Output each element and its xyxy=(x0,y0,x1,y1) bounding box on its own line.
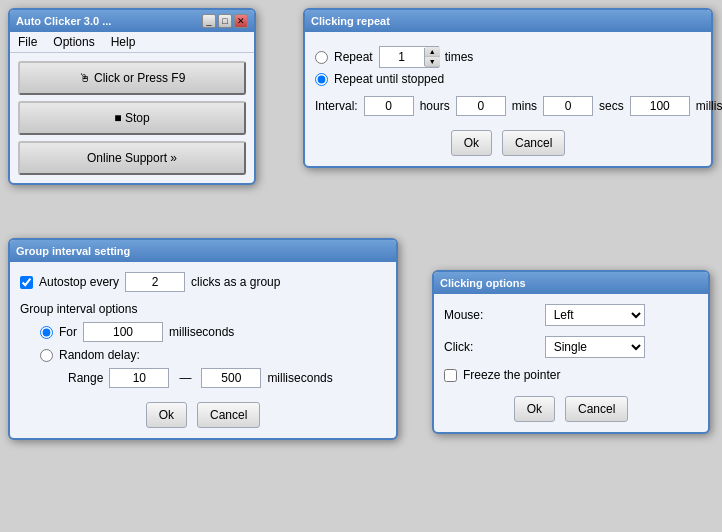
interval-row: Interval: hours mins secs milliseconds xyxy=(315,96,701,116)
group-interval-title-bar: Group interval setting xyxy=(10,240,396,262)
repeat-label: Repeat xyxy=(334,50,373,64)
autostop-row: Autostop every clicks as a group xyxy=(20,272,386,292)
clicking-options-title: Clicking options xyxy=(440,277,526,289)
auto-clicker-title: Auto Clicker 3.0 ... xyxy=(16,15,111,27)
repeat-value-input[interactable] xyxy=(380,48,425,66)
for-row: For milliseconds xyxy=(40,322,386,342)
restore-button[interactable]: □ xyxy=(218,14,232,28)
repeat-until-group: Repeat until stopped xyxy=(315,72,701,86)
repeat-until-radio[interactable] xyxy=(315,73,328,86)
for-label: For xyxy=(59,325,77,339)
hours-label: hours xyxy=(420,99,450,113)
autostop-value-input[interactable] xyxy=(125,272,185,292)
spinbox-up-arrow[interactable]: ▲ xyxy=(425,47,440,57)
freeze-checkbox[interactable] xyxy=(444,369,457,382)
clicking-repeat-btn-row: Ok Cancel xyxy=(315,130,701,156)
group-interval-window: Group interval setting Autostop every cl… xyxy=(8,238,398,440)
secs-label: secs xyxy=(599,99,624,113)
times-label: times xyxy=(445,50,474,64)
close-button[interactable]: ✕ xyxy=(234,14,248,28)
clicking-options-ok-button[interactable]: Ok xyxy=(514,396,555,422)
auto-clicker-window: Auto Clicker 3.0 ... _ □ ✕ File Options … xyxy=(8,8,256,185)
title-bar-buttons: _ □ ✕ xyxy=(202,14,248,28)
click-icon: 🖱 xyxy=(79,71,91,85)
freeze-label: Freeze the pointer xyxy=(463,368,560,382)
autostop-label: Autostop every xyxy=(39,275,119,289)
spinbox-inner: ▲ ▼ xyxy=(380,47,438,67)
group-interval-title: Group interval setting xyxy=(16,245,130,257)
repeat-spinbox: ▲ ▼ xyxy=(379,46,439,68)
repeat-times-radio[interactable] xyxy=(315,51,328,64)
repeat-radio-group: Repeat ▲ ▼ times xyxy=(315,46,701,68)
click-or-press-button[interactable]: 🖱 Click or Press F9 xyxy=(18,61,246,95)
freeze-pointer-row: Freeze the pointer xyxy=(444,368,698,382)
random-delay-row: Random delay: xyxy=(40,348,386,362)
autoclicker-content: 🖱 Click or Press F9 ■ Stop Online Suppor… xyxy=(10,53,254,183)
range-label: Range xyxy=(68,371,103,385)
clicking-options-cancel-button[interactable]: Cancel xyxy=(565,396,628,422)
mouse-select[interactable]: Left Middle Right xyxy=(545,304,645,326)
mins-input[interactable] xyxy=(456,96,506,116)
stop-button[interactable]: ■ Stop xyxy=(18,101,246,135)
for-value-input[interactable] xyxy=(83,322,163,342)
range-dash: — xyxy=(179,371,191,385)
for-radio[interactable] xyxy=(40,326,53,339)
menu-help[interactable]: Help xyxy=(107,34,140,50)
for-suffix: milliseconds xyxy=(169,325,234,339)
range-from-input[interactable] xyxy=(109,368,169,388)
menu-options[interactable]: Options xyxy=(49,34,98,50)
auto-clicker-title-bar: Auto Clicker 3.0 ... _ □ ✕ xyxy=(10,10,254,32)
spinbox-arrows: ▲ ▼ xyxy=(425,47,440,67)
range-suffix: milliseconds xyxy=(267,371,332,385)
spinbox-down-arrow[interactable]: ▼ xyxy=(425,57,440,67)
random-radio[interactable] xyxy=(40,349,53,362)
menu-bar: File Options Help xyxy=(10,32,254,53)
click-type-label: Click: xyxy=(444,340,537,354)
minimize-button[interactable]: _ xyxy=(202,14,216,28)
hours-input[interactable] xyxy=(364,96,414,116)
secs-input[interactable] xyxy=(543,96,593,116)
ms-label: milliseconds xyxy=(696,99,722,113)
click-btn-label: Click or Press F9 xyxy=(94,71,185,85)
menu-file[interactable]: File xyxy=(14,34,41,50)
mouse-label: Mouse: xyxy=(444,308,537,322)
group-options-label: Group interval options xyxy=(20,302,386,316)
clicking-options-title-bar: Clicking options xyxy=(434,272,708,294)
clicking-repeat-ok-button[interactable]: Ok xyxy=(451,130,492,156)
ms-input[interactable] xyxy=(630,96,690,116)
group-interval-btn-row: Ok Cancel xyxy=(20,402,386,428)
autostop-checkbox[interactable] xyxy=(20,276,33,289)
autostop-suffix: clicks as a group xyxy=(191,275,280,289)
clicking-repeat-content: Repeat ▲ ▼ times Repeat until stopped In… xyxy=(305,32,711,166)
group-interval-ok-button[interactable]: Ok xyxy=(146,402,187,428)
click-select[interactable]: Single Double xyxy=(545,336,645,358)
online-support-button[interactable]: Online Support » xyxy=(18,141,246,175)
clicking-repeat-title-bar: Clicking repeat xyxy=(305,10,711,32)
clicking-options-window: Clicking options Mouse: Left Middle Righ… xyxy=(432,270,710,434)
mins-label: mins xyxy=(512,99,537,113)
clicking-options-btn-row: Ok Cancel xyxy=(444,396,698,422)
clicking-repeat-window: Clicking repeat Repeat ▲ ▼ times Repeat … xyxy=(303,8,713,168)
range-to-input[interactable] xyxy=(201,368,261,388)
clicking-options-content: Mouse: Left Middle Right Click: Single D… xyxy=(434,294,708,432)
clicking-repeat-title: Clicking repeat xyxy=(311,15,390,27)
repeat-until-label: Repeat until stopped xyxy=(334,72,444,86)
random-delay-label: Random delay: xyxy=(59,348,140,362)
interval-label: Interval: xyxy=(315,99,358,113)
group-interval-cancel-button[interactable]: Cancel xyxy=(197,402,260,428)
group-interval-content: Autostop every clicks as a group Group i… xyxy=(10,262,396,438)
clicking-repeat-cancel-button[interactable]: Cancel xyxy=(502,130,565,156)
options-grid: Mouse: Left Middle Right Click: Single D… xyxy=(444,304,698,358)
range-row: Range — milliseconds xyxy=(68,368,386,388)
